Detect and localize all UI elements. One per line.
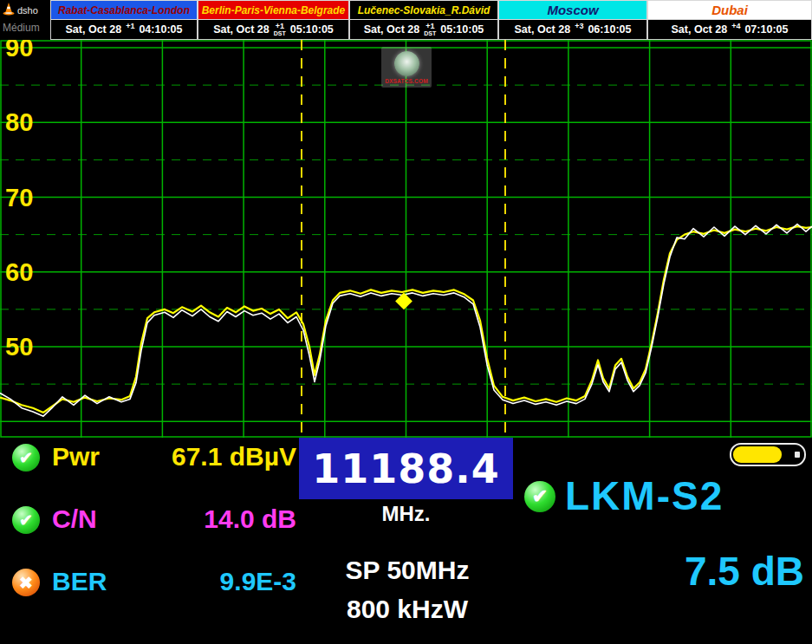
city-name-label: Moscow	[498, 0, 647, 20]
pwr-status-check-icon: ✔	[12, 444, 40, 472]
time-label: 04:10:05	[139, 23, 182, 36]
cn-label: C/N	[52, 504, 97, 534]
city-time-row: Sat, Oct 28 +1 04:10:05	[50, 20, 198, 40]
date-label: Sat, Oct 28	[672, 23, 728, 36]
lock-status-check-icon: ✔	[524, 481, 555, 512]
date-label: Sat, Oct 28	[364, 23, 420, 36]
span-bandwidth-block: SP 50MHz 800 kHzW	[282, 550, 533, 628]
time-label: 07:10:05	[744, 23, 788, 36]
dxsatcs-watermark-text: DXSATCS.COM	[385, 78, 428, 84]
city-time-row: Sat, Oct 28 +1DST 05:10:05	[349, 20, 498, 40]
svg-text:70: 70	[5, 184, 33, 211]
time-label: 05:10:05	[290, 23, 334, 36]
clock-cell-moscow: Moscow Sat, Oct 28 +3 06:10:05	[498, 0, 647, 40]
ber-label: BER	[52, 567, 107, 596]
standard-label: LKM-S2	[565, 472, 724, 519]
timezone-offset: +1DST	[274, 23, 286, 37]
svg-text:80: 80	[5, 108, 33, 136]
time-label: 06:10:05	[588, 23, 631, 36]
bandwidth-label: 800 kHzW	[282, 589, 533, 628]
city-time-row: Sat, Oct 28 +4 07:10:05	[647, 20, 812, 40]
time-label: 05:10:05	[440, 23, 484, 36]
timezone-offset: +3	[575, 23, 583, 37]
clock-cell-rabat: Rabat-Casablanca-London Sat, Oct 28 +1 0…	[50, 0, 198, 40]
svg-text:90: 90	[5, 40, 33, 62]
city-name-label: Lučenec-Slovakia_R.Dávid	[349, 0, 498, 20]
date-label: Sat, Oct 28	[515, 23, 571, 36]
clock-cell-berlin: Berlin-Paris-Vienna-Belgrade Sat, Oct 28…	[198, 0, 349, 40]
city-time-row: Sat, Oct 28 +3 06:10:05	[498, 20, 647, 40]
medium-label: Médium	[3, 22, 48, 34]
span-label: SP 50MHz	[282, 550, 533, 589]
battery-tip	[795, 452, 800, 458]
pwr-value: 67.1 dBµV	[102, 442, 296, 472]
dxsatcs-logo-icon	[394, 51, 419, 76]
measurement-panel: ✔ Pwr 67.1 dBµV 11188.4 MHz. ✔ LKM-S2 ✔ …	[0, 438, 812, 644]
world-clock-bar: dsho Médium Rabat-Casablanca-London Sat,…	[0, 0, 812, 40]
battery-fill	[733, 446, 782, 463]
vlc-logo-cell: dsho Médium	[0, 0, 50, 40]
timezone-offset: +4	[731, 23, 740, 37]
clock-cell-lucenec: Lučenec-Slovakia_R.Dávid Sat, Oct 28 +1D…	[349, 0, 498, 40]
ber-value: 9.9E-3	[102, 567, 296, 596]
dxsatcs-watermark: DXSATCS.COM	[381, 47, 432, 88]
app-label: dsho	[17, 5, 38, 16]
city-name-label: Rabat-Casablanca-London	[50, 0, 198, 20]
satmeter-screen: dsho Médium Rabat-Casablanca-London Sat,…	[0, 0, 812, 644]
link-margin-value: 7.5 dB	[598, 548, 804, 595]
spectrum-display: 9080706050 DXSATCS.COM	[0, 40, 812, 438]
date-label: Sat, Oct 28	[66, 23, 122, 36]
timezone-offset: +1	[126, 23, 134, 37]
frequency-unit-label: MHz.	[299, 502, 513, 526]
city-time-row: Sat, Oct 28 +1DST 05:10:05	[198, 20, 349, 40]
cn-value: 14.0 dB	[102, 504, 296, 534]
frequency-value: 11188.4	[312, 446, 500, 492]
timezone-offset: +1DST	[424, 23, 436, 37]
vlc-cone-icon	[3, 2, 15, 19]
date-label: Sat, Oct 28	[213, 23, 270, 36]
city-name-label: Dubai	[647, 0, 812, 20]
spectrum-chart: 9080706050	[0, 40, 812, 438]
city-name-label: Berlin-Paris-Vienna-Belgrade	[198, 0, 349, 20]
svg-text:50: 50	[5, 333, 33, 361]
frequency-display: 11188.4	[299, 438, 513, 499]
clock-cell-dubai: Dubai Sat, Oct 28 +4 07:10:05	[647, 0, 812, 40]
cn-status-check-icon: ✔	[12, 506, 40, 534]
battery-icon	[730, 443, 806, 466]
pwr-label: Pwr	[52, 442, 100, 472]
ber-status-fail-icon: ✖	[12, 569, 40, 596]
svg-text:60: 60	[5, 258, 33, 286]
